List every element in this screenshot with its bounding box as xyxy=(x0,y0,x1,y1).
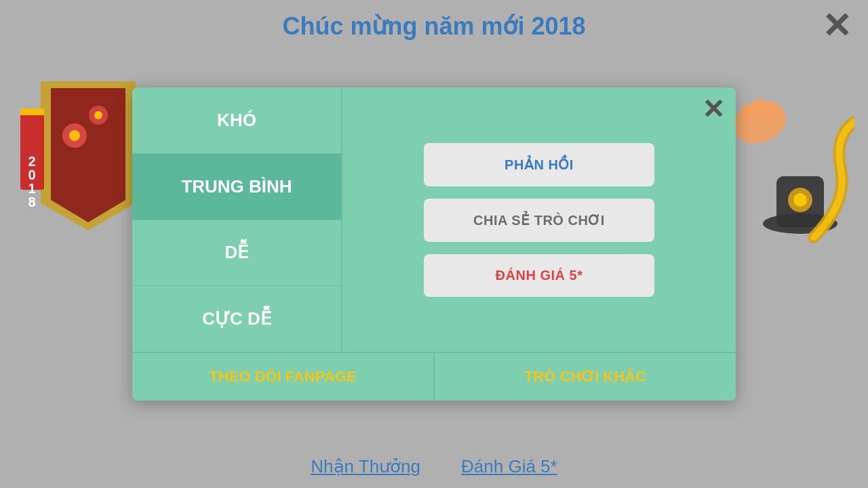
rate-button[interactable]: ĐÁNH GIÁ 5* xyxy=(424,254,654,297)
difficulty-trung-binh[interactable]: TRUNG BÌNH xyxy=(132,154,341,220)
action-buttons-panel: PHẢN HỒI CHIA SẺ TRÒ CHƠI ĐÁNH GIÁ 5* xyxy=(342,87,736,352)
difficulty-de[interactable]: DỄ xyxy=(132,220,341,287)
modal-body: KHÓ TRUNG BÌNH DỄ CỰC DỄ PHẢN HỒI CHIA S… xyxy=(132,87,736,352)
modal-dialog: ✕ KHÓ TRUNG BÌNH DỄ CỰC DỄ PHẢN HỒI CHIA… xyxy=(132,87,736,401)
feedback-button[interactable]: PHẢN HỒI xyxy=(424,143,654,186)
follow-fanpage-button[interactable]: THEO DÕI FANPAGE xyxy=(132,353,435,401)
difficulty-cuc-de[interactable]: CỰC DỄ xyxy=(132,286,341,352)
modal-footer: THEO DÕI FANPAGE TRÒ CHƠI KHÁC xyxy=(132,352,736,401)
modal-overlay: ✕ KHÓ TRUNG BÌNH DỄ CỰC DỄ PHẢN HỒI CHIA… xyxy=(0,0,868,488)
modal-close-button[interactable]: ✕ xyxy=(702,96,725,123)
other-games-button[interactable]: TRÒ CHƠI KHÁC xyxy=(435,353,736,401)
difficulty-kho[interactable]: KHÓ xyxy=(132,87,341,154)
difficulty-menu: KHÓ TRUNG BÌNH DỄ CỰC DỄ xyxy=(132,87,342,352)
share-button[interactable]: CHIA SẺ TRÒ CHƠI xyxy=(424,199,654,242)
